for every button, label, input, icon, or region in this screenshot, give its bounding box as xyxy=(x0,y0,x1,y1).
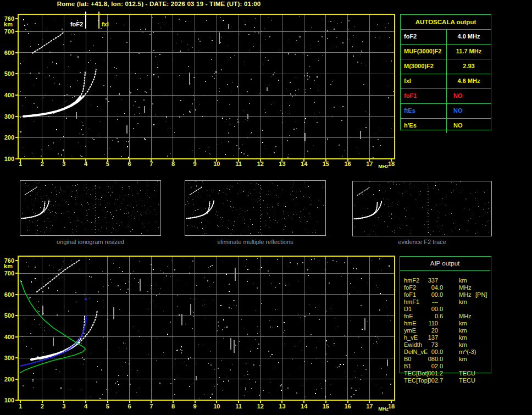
autoscala-row-label: foF1 xyxy=(401,89,446,103)
svg-text:200: 200 xyxy=(4,376,14,383)
ionogram-plot-top: 760700600500400300200100km12345678910111… xyxy=(0,8,401,175)
aip-row-value-frac: .0 xyxy=(438,284,443,291)
aip-row-unit: m^(-3) xyxy=(459,348,476,355)
aip-row: TEC[Bot]001.2TECU xyxy=(400,370,490,377)
marker-label-foF2: foF2 xyxy=(70,21,83,27)
autoscala-row-value: 2.93 xyxy=(446,59,491,74)
thumbnail-caption: evidence F2 trace xyxy=(352,239,492,245)
aip-row-note: [PN] xyxy=(475,291,487,298)
svg-text:7: 7 xyxy=(149,161,153,167)
aip-row: B0080.0km xyxy=(400,356,490,363)
aip-row-value-frac: .0 xyxy=(438,363,443,369)
aip-row: D100.0 xyxy=(400,306,490,313)
aip-row-value-frac: .0 xyxy=(438,306,443,312)
thumbnail-eliminate-multiple-reflections xyxy=(185,180,326,236)
autoscala-row: fxI4.6 MHz xyxy=(401,74,491,89)
svg-text:400: 400 xyxy=(4,92,14,98)
autoscala-rows: foF24.0 MHzMUF(3000)F211.7 MHzM(3000)F22… xyxy=(401,30,491,133)
svg-text:17: 17 xyxy=(366,161,373,167)
aip-row-unit: km xyxy=(459,277,467,284)
aip-row-value-frac: .6 xyxy=(438,313,443,319)
aip-row-value-int: 137 xyxy=(404,334,438,341)
svg-text:700: 700 xyxy=(4,270,14,276)
autoscala-row-label: h'Es xyxy=(401,119,446,133)
svg-text:700: 700 xyxy=(4,28,14,35)
svg-text:10: 10 xyxy=(213,403,220,410)
page-title: Rome (lat: +41.8, lon: 012.5) - DATE: 20… xyxy=(0,1,318,7)
svg-text:8: 8 xyxy=(171,403,175,410)
svg-text:7: 7 xyxy=(149,403,153,410)
svg-text:3: 3 xyxy=(62,403,65,410)
autoscala-row-label: ftEs xyxy=(401,104,446,118)
aip-output-panel: AIP output hmF2337kmfoF204.0MHzfoF100.0M… xyxy=(400,256,490,384)
thumbnail-original-ionogram xyxy=(20,180,161,236)
autoscala-row-label: M(3000)F2 xyxy=(401,59,446,74)
aip-row-unit: km xyxy=(459,334,467,341)
svg-text:15: 15 xyxy=(323,403,329,410)
autoscala-app-screen: Rome (lat: +41.8, lon: 012.5) - DATE: 20… xyxy=(0,0,532,415)
svg-text:500: 500 xyxy=(4,312,14,319)
aip-row-unit: km xyxy=(459,356,467,362)
aip-rows: hmF2337kmfoF204.0MHzfoF100.0MHz[PN]hmF1-… xyxy=(400,271,490,384)
svg-text:fxI: fxI xyxy=(102,21,109,27)
svg-text:100: 100 xyxy=(4,397,14,403)
svg-text:100: 100 xyxy=(4,156,14,162)
svg-text:16: 16 xyxy=(344,403,351,410)
autoscala-row: foF1NO xyxy=(401,89,491,104)
aip-row-value-int: 00 xyxy=(404,348,438,355)
svg-text:16: 16 xyxy=(344,161,351,167)
autoscala-row-value: 4.0 MHz xyxy=(446,30,491,44)
aip-row-value-frac: .0 xyxy=(438,291,443,298)
svg-text:2: 2 xyxy=(41,403,44,410)
svg-text:3: 3 xyxy=(62,161,65,167)
aip-row: foF204.0MHz xyxy=(400,284,490,291)
autoscala-row: foF24.0 MHz xyxy=(401,30,491,45)
aip-row: hmF1---km xyxy=(400,298,490,306)
svg-text:10: 10 xyxy=(213,161,220,167)
aip-row: hmF2337km xyxy=(400,277,490,284)
svg-text:MHz: MHz xyxy=(378,164,389,169)
aip-row-value-int: --- xyxy=(404,298,438,305)
svg-text:6: 6 xyxy=(128,161,131,167)
svg-text:14: 14 xyxy=(301,403,308,410)
aip-row-value-int: 73 xyxy=(404,341,438,348)
svg-text:11: 11 xyxy=(235,403,242,410)
aip-row-unit: km xyxy=(459,320,467,327)
autoscala-row-value: 11.7 MHz xyxy=(446,45,491,59)
svg-text:2: 2 xyxy=(41,161,44,167)
svg-text:12: 12 xyxy=(257,161,264,167)
svg-text:8: 8 xyxy=(171,161,175,167)
svg-text:11: 11 xyxy=(235,161,242,167)
thumbnail-caption: eliminate multiple reflections xyxy=(185,239,326,245)
aip-row-unit: km xyxy=(459,341,467,348)
svg-text:km: km xyxy=(4,21,13,27)
svg-text:200: 200 xyxy=(4,134,14,141)
aip-row-unit: km xyxy=(459,327,467,334)
svg-text:17: 17 xyxy=(366,403,373,410)
aip-row: ymE20km xyxy=(400,327,490,334)
svg-text:400: 400 xyxy=(4,334,14,340)
autoscala-row-value: NO xyxy=(446,119,491,133)
aip-row: hmE110km xyxy=(400,320,490,327)
svg-text:5: 5 xyxy=(106,403,109,410)
autoscala-row-value: NO xyxy=(446,89,491,103)
aip-row: foF100.0MHz[PN] xyxy=(400,291,490,298)
svg-text:13: 13 xyxy=(279,161,285,167)
aip-row-unit: TECU xyxy=(459,377,475,384)
aip-header: AIP output xyxy=(400,256,490,271)
aip-row-value-int: 20 xyxy=(404,327,438,334)
aip-row-unit: MHz xyxy=(459,313,472,319)
svg-text:300: 300 xyxy=(4,113,14,120)
autoscala-output-panel: AUTOSCALA output foF24.0 MHzMUF(3000)F21… xyxy=(400,14,491,130)
autoscala-row-label: fxI xyxy=(401,74,446,88)
aip-row-value-frac: .7 xyxy=(438,377,443,384)
svg-text:600: 600 xyxy=(4,49,14,56)
aip-row: B102.0 xyxy=(400,363,490,370)
autoscala-row-value: 4.6 MHz xyxy=(446,74,491,88)
aip-row: TEC[Top]002.7TECU xyxy=(400,377,490,384)
svg-text:6: 6 xyxy=(128,403,131,410)
aip-row: Ewidth73km xyxy=(400,341,490,348)
aip-row-value-int: 0 xyxy=(404,313,438,319)
aip-row-unit: km xyxy=(459,298,467,305)
autoscala-row: M(3000)F22.93 xyxy=(401,59,491,74)
